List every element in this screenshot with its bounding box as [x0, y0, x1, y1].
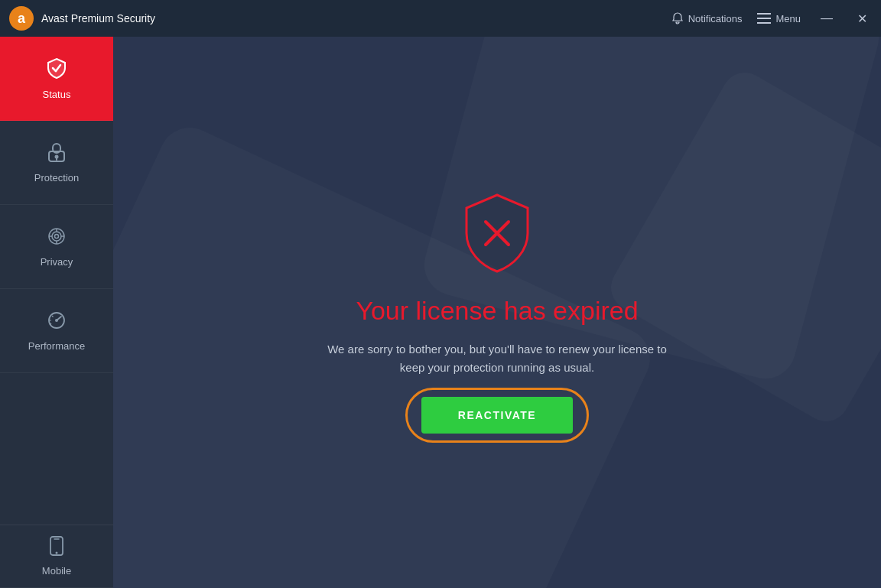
title-bar-controls: Notifications Menu — ✕ [671, 11, 872, 26]
title-bar: a Avast Premium Security Notifications M… [0, 0, 881, 37]
shield-container [459, 191, 535, 275]
sidebar-item-mobile[interactable]: Mobile [0, 525, 113, 588]
reactivate-button[interactable]: REACTIVATE [421, 397, 573, 434]
sidebar-item-performance[interactable]: Performance [0, 289, 113, 373]
app-title: Avast Premium Security [41, 12, 671, 24]
reactivate-container: REACTIVATE [421, 397, 573, 434]
protection-icon [46, 141, 67, 166]
minimize-button[interactable]: — [816, 11, 837, 25]
expired-title: Your license has expired [356, 295, 638, 326]
bell-icon [671, 12, 684, 24]
menu-icon [757, 13, 771, 24]
sidebar-item-mobile-label: Mobile [42, 565, 71, 577]
sidebar-item-protection[interactable]: Protection [0, 121, 113, 205]
svg-point-20 [55, 319, 58, 322]
center-card: Your license has expired We are sorry to… [321, 191, 673, 434]
menu-button[interactable]: Menu [757, 13, 801, 24]
sidebar-item-privacy[interactable]: Privacy [0, 205, 113, 289]
sidebar: Status Protection [0, 37, 113, 588]
svg-rect-3 [757, 18, 771, 19]
content-area: Your license has expired We are sorry to… [113, 37, 881, 588]
svg-rect-4 [757, 22, 771, 24]
svg-text:a: a [18, 11, 26, 26]
status-icon [45, 57, 68, 83]
mobile-icon [48, 536, 65, 559]
svg-point-13 [55, 235, 59, 239]
notifications-button[interactable]: Notifications [671, 12, 743, 24]
sidebar-item-protection-label: Protection [34, 172, 80, 184]
svg-line-23 [52, 316, 54, 317]
performance-icon [46, 310, 67, 334]
sidebar-item-privacy-label: Privacy [41, 256, 73, 268]
sidebar-item-performance-label: Performance [28, 340, 85, 352]
expired-subtitle: We are sorry to bother you, but you'll h… [321, 340, 673, 377]
svg-point-25 [56, 552, 58, 554]
sidebar-item-status[interactable]: Status [0, 37, 113, 121]
main-layout: Status Protection [0, 37, 881, 588]
sidebar-item-status-label: Status [43, 89, 71, 100]
notifications-label: Notifications [688, 13, 743, 24]
shield-icon [459, 191, 535, 275]
avast-logo: a [9, 6, 34, 31]
close-button[interactable]: ✕ [853, 11, 872, 26]
menu-label: Menu [775, 13, 801, 24]
privacy-icon [46, 226, 67, 250]
svg-rect-2 [757, 13, 771, 15]
svg-point-12 [52, 232, 61, 241]
